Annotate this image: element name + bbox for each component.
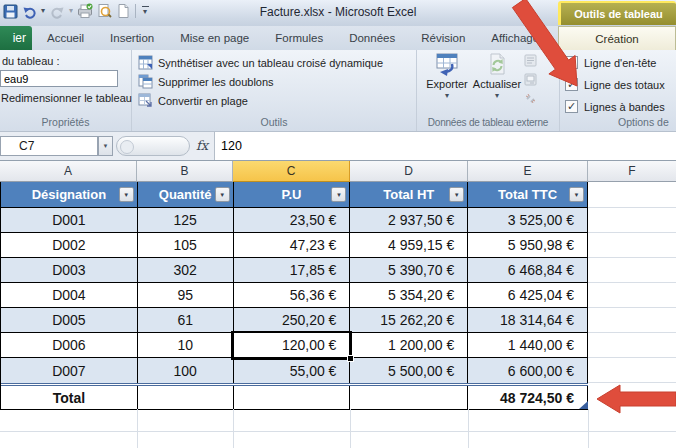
filter-button[interactable]: ▼	[331, 187, 346, 202]
remove-duplicates-icon	[138, 74, 153, 89]
cell[interactable]: 6 425,04 €	[468, 283, 588, 307]
cell[interactable]: 6 600,00 €	[468, 358, 588, 383]
file-tab[interactable]: ier	[0, 26, 32, 50]
cell[interactable]: D001	[1, 208, 138, 232]
tab-creation[interactable]: Création	[558, 26, 676, 50]
cell[interactable]	[138, 386, 234, 409]
filter-button[interactable]: ▼	[569, 187, 584, 202]
tab-formules[interactable]: Formules	[262, 26, 336, 50]
cell[interactable]: D002	[1, 233, 138, 257]
cell[interactable]: 100	[138, 358, 234, 383]
group-options-style: ✓ Ligne d'en-tête ✓ Ligne des totaux ✓ L…	[560, 50, 676, 131]
cell[interactable]: 6 468,84 €	[468, 258, 588, 282]
checkbox-total-row[interactable]: ✓ Ligne des totaux	[565, 78, 665, 91]
cell[interactable]	[234, 386, 351, 409]
checkbox-header-row[interactable]: ✓ Ligne d'en-tête	[565, 56, 656, 69]
group-proprietes: du tableau : Redimensionner le tableau P…	[0, 50, 132, 131]
tab-revision[interactable]: Révision	[408, 26, 478, 50]
cell[interactable]: 56,36 €	[234, 283, 351, 307]
gridline	[588, 307, 676, 308]
cell[interactable]: 1 200,00 €	[350, 333, 468, 357]
column-header-a[interactable]: A	[0, 161, 137, 182]
tab-accueil[interactable]: Accueil	[34, 26, 97, 50]
checkbox-banded-rows[interactable]: ✓ Lignes à bandes	[565, 100, 665, 113]
cell[interactable]: 2 937,50 €	[350, 208, 468, 232]
name-box[interactable]: C7	[0, 136, 98, 156]
cell[interactable]: 250,20 €	[234, 308, 351, 332]
resize-table-button[interactable]: Redimensionner le tableau	[1, 92, 132, 104]
refresh-button[interactable]: Actualiser ▾	[472, 52, 522, 100]
column-header-d[interactable]: D	[350, 161, 468, 182]
group-label-outils: Outils	[132, 116, 416, 128]
convert-to-range-button[interactable]: Convertir en plage	[138, 93, 248, 108]
tab-mise-en-page[interactable]: Mise en page	[167, 26, 262, 50]
cell[interactable]: 55,00 €	[234, 358, 351, 383]
tab-insertion[interactable]: Insertion	[97, 26, 167, 50]
cell[interactable]: D006	[1, 333, 138, 357]
filter-button[interactable]: ▼	[215, 187, 230, 202]
open-in-browser-icon[interactable]	[524, 73, 537, 86]
name-box-dropdown[interactable]: ▼	[98, 136, 113, 156]
export-button[interactable]: Exporter ▾	[422, 52, 472, 100]
summarize-pivot-button[interactable]: Synthétiser avec un tableau croisé dynam…	[138, 55, 383, 70]
cell[interactable]: 302	[138, 258, 234, 282]
cell[interactable]: 5 390,70 €	[350, 258, 468, 282]
formula-input[interactable]: 120	[214, 132, 676, 160]
insert-function-button[interactable]: fx	[196, 138, 208, 153]
table-row: D002 105 47,23 € 4 959,15 € 5 950,98 €	[1, 233, 588, 258]
cell[interactable]: 10	[138, 333, 234, 357]
table-row: D004 95 56,36 € 5 354,20 € 6 425,04 €	[1, 283, 588, 308]
cell[interactable]: 105	[138, 233, 234, 257]
cell[interactable]: 1 440,00 €	[468, 333, 588, 357]
tab-donnees[interactable]: Données	[336, 26, 408, 50]
cell[interactable]: D005	[1, 308, 138, 332]
cell[interactable]: 15 262,20 €	[350, 308, 468, 332]
header-pu[interactable]: P.U▼	[234, 182, 351, 207]
header-total-ht[interactable]: Total HT▼	[350, 182, 468, 207]
filter-arrow-icon: ▼	[219, 192, 225, 198]
total-value-cell[interactable]: 48 724,50 €	[468, 386, 588, 409]
column-header-c-selected[interactable]: C	[233, 161, 350, 182]
cell[interactable]: 47,23 €	[234, 233, 351, 257]
unlink-icon[interactable]	[524, 92, 537, 105]
cell[interactable]: 5 500,00 €	[350, 358, 468, 383]
external-data-small-buttons	[524, 54, 537, 105]
remove-duplicates-button[interactable]: Supprimer les doublons	[138, 74, 274, 89]
filter-button[interactable]: ▼	[449, 187, 464, 202]
column-header-b[interactable]: B	[137, 161, 233, 182]
column-headers: A B C D E F	[0, 161, 676, 182]
cell[interactable]: 3 525,00 €	[468, 208, 588, 232]
gridline	[468, 409, 469, 448]
cell[interactable]: 18 314,64 €	[468, 308, 588, 332]
cell[interactable]: 23,50 €	[234, 208, 351, 232]
filter-arrow-icon: ▼	[574, 192, 580, 198]
column-header-f[interactable]: F	[588, 161, 676, 182]
cell[interactable]: 61	[138, 308, 234, 332]
table-name-caption: du tableau :	[2, 55, 60, 67]
cell[interactable]: 95	[138, 283, 234, 307]
cell[interactable]: D007	[1, 358, 138, 383]
tab-affichage[interactable]: Affichage	[478, 26, 552, 50]
column-header-e[interactable]: E	[468, 161, 588, 182]
cell[interactable]: 5 950,98 €	[468, 233, 588, 257]
cell[interactable]: 5 354,20 €	[350, 283, 468, 307]
cell[interactable]: 17,85 €	[234, 258, 351, 282]
filter-button[interactable]: ▼	[119, 187, 134, 202]
total-label-cell[interactable]: Total	[1, 386, 138, 409]
connection-properties-icon[interactable]	[524, 54, 537, 67]
cell[interactable]: D003	[1, 258, 138, 282]
cell[interactable]: 125	[138, 208, 234, 232]
cell[interactable]: 4 959,15 €	[350, 233, 468, 257]
gridline	[0, 431, 676, 432]
refresh-icon	[484, 52, 510, 78]
cell[interactable]: D004	[1, 283, 138, 307]
header-total-ttc[interactable]: Total TTC▼	[468, 182, 588, 207]
header-designation[interactable]: Désignation▼	[1, 182, 138, 207]
header-label: Total HT	[383, 187, 434, 202]
table-name-input[interactable]	[0, 70, 118, 87]
checkbox-total-row-label: Ligne des totaux	[584, 79, 665, 91]
cell[interactable]	[350, 386, 468, 409]
header-quantite[interactable]: Quantité▼	[138, 182, 234, 207]
checkbox-banded-rows-label: Lignes à bandes	[584, 101, 665, 113]
chevron-down-icon: ▼	[103, 143, 109, 149]
